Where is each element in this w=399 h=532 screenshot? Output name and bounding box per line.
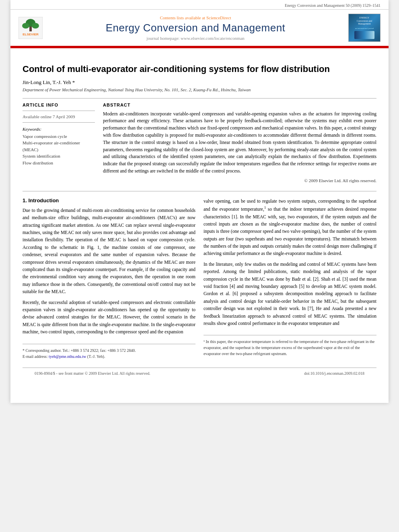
elsevier-logo: ELSEVIER <box>19 17 43 39</box>
article-body: Control of multi-evaporator air-conditio… <box>10 48 389 387</box>
article-info-heading: ARTICLE INFO <box>23 103 95 107</box>
sciencedirect-link: Contents lists available at ScienceDirec… <box>51 15 340 20</box>
article-abstract-panel: ABSTRACT Modern air-conditioners incorpo… <box>103 103 376 183</box>
page-footer: 0196-8904/$ - see front matter © 2009 El… <box>23 368 376 379</box>
footer-doi: doi:10.1016/j.enconman.2009.02.018 <box>304 371 364 376</box>
abstract-text: Modern air-conditioners incorporate vari… <box>103 111 376 175</box>
svg-point-3 <box>22 23 29 29</box>
right-footnote-section: ¹ In this paper, the evaporator temperat… <box>204 335 376 357</box>
keyword-1: Vapor compression cycle <box>23 133 95 140</box>
article-title: Control of multi-evaporator air-conditio… <box>23 64 376 75</box>
intro-heading: 1. Introduction <box>23 197 195 203</box>
two-column-body: 1. Introduction Due to the growing deman… <box>23 197 376 359</box>
article-authors: Jin-Long Lin, T.-J. Yeh * <box>23 79 376 86</box>
journal-banner-center: Contents lists available at ScienceDirec… <box>43 15 348 41</box>
keyword-2: Multi-evaporator air-conditioner (MEAC) <box>23 140 95 153</box>
article-meta: ARTICLE INFO Available online 7 April 20… <box>23 98 376 183</box>
journal-homepage: journal homepage: www.elsevier.com/locat… <box>51 36 340 41</box>
journal-cover: ENERGYConversion andManagement an intern… <box>348 14 380 42</box>
svg-text:ELSEVIER: ELSEVIER <box>23 33 39 36</box>
abstract-heading: ABSTRACT <box>103 103 376 107</box>
journal-title: Energy Conversion and Management <box>51 22 340 34</box>
footnote-email: E-mail address: tyeh@pme.nthu.edu.tw (T.… <box>23 353 195 359</box>
article-info-panel: ARTICLE INFO Available online 7 April 20… <box>23 103 95 183</box>
keywords-label: Keywords: <box>23 127 95 131</box>
keyword-4: Flow distribution <box>23 160 95 166</box>
footnote-section: * Corresponding author. Tel.: +886 3 574… <box>23 344 195 359</box>
keyword-3: System identification <box>23 153 95 160</box>
footer-issn: 0196-8904/$ - see front matter © 2009 El… <box>35 371 150 376</box>
intro-para-2: Recently, the successful adoption of var… <box>23 299 195 336</box>
footnote-corresponding: * Corresponding author. Tel.: +886 3 574… <box>23 347 195 353</box>
journal-reference: Energy Conversion and Management 50 (200… <box>10 0 389 10</box>
left-column: 1. Introduction Due to the growing deman… <box>23 197 195 359</box>
footnote-1: ¹ In this paper, the evaporator temperat… <box>204 339 376 357</box>
right-para-1: valve opening, can be used to regulate t… <box>204 197 376 257</box>
right-column: valve opening, can be used to regulate t… <box>204 197 376 359</box>
intro-para-1: Due to the growing demand of multi-room … <box>23 207 195 296</box>
section-divider <box>23 191 376 191</box>
available-online: Available online 7 April 2009 <box>23 114 95 119</box>
article-affiliation: Department of Power Mechanical Engineeri… <box>23 87 376 92</box>
svg-point-4 <box>32 23 39 29</box>
journal-banner: ELSEVIER Contents lists available at Sci… <box>10 10 389 47</box>
right-para-2: In the literature, only few studies on t… <box>204 261 376 327</box>
svg-rect-2 <box>29 27 32 31</box>
copyright: © 2009 Elsevier Ltd. All rights reserved… <box>103 178 376 183</box>
